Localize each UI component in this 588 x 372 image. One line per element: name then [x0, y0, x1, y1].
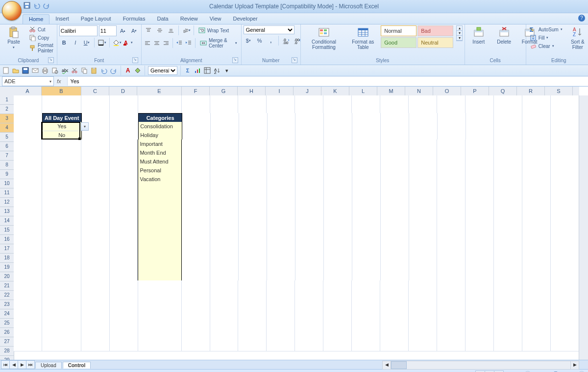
cell-D29[interactable]: [110, 342, 138, 351]
cell-K17[interactable]: [324, 236, 352, 246]
cell-A25[interactable]: [14, 307, 42, 316]
cell-Q16[interactable]: [494, 228, 522, 237]
row-header[interactable]: 15: [0, 226, 14, 235]
cell-P7[interactable]: [466, 148, 494, 158]
cell-K13[interactable]: [324, 201, 352, 210]
cell-I21[interactable]: [267, 272, 295, 281]
sheet-tab-control[interactable]: Control: [63, 362, 91, 369]
cell-C29[interactable]: [81, 342, 110, 351]
cell-Q22[interactable]: [494, 280, 522, 290]
cell-K21[interactable]: [324, 272, 352, 281]
cell-F18[interactable]: [182, 245, 210, 255]
cell-K29[interactable]: [323, 342, 352, 351]
cell-G27[interactable]: [210, 325, 239, 334]
column-header[interactable]: P: [461, 87, 489, 95]
cell-C10[interactable]: [81, 175, 110, 184]
tab-home[interactable]: Home: [23, 14, 49, 24]
cell-R8[interactable]: [522, 157, 551, 166]
column-header[interactable]: Q: [489, 87, 517, 95]
cell-J8[interactable]: [295, 157, 324, 166]
cell-B10[interactable]: [42, 175, 81, 184]
cell-F9[interactable]: [182, 166, 210, 175]
cell-I24[interactable]: [267, 298, 295, 307]
cell-D12[interactable]: [110, 192, 138, 202]
cell-G15[interactable]: [210, 219, 239, 228]
cell-R11[interactable]: [522, 184, 551, 193]
cell-S11[interactable]: [551, 184, 579, 193]
cell-J27[interactable]: [295, 325, 323, 334]
cell-G17[interactable]: [210, 236, 239, 246]
cell-B15[interactable]: [42, 219, 81, 228]
cell-E22[interactable]: [138, 280, 182, 290]
fill-color-icon-2[interactable]: [134, 67, 142, 74]
mail-icon[interactable]: [31, 67, 39, 74]
cell-R24[interactable]: [522, 298, 551, 307]
cell-F13[interactable]: [182, 201, 210, 210]
cell-Q1[interactable]: [494, 95, 522, 105]
row-header[interactable]: 18: [0, 254, 14, 263]
cell-A8[interactable]: [14, 157, 42, 166]
tab-last-icon[interactable]: ⏭: [26, 360, 35, 369]
cell-K26[interactable]: [323, 316, 352, 325]
help-icon[interactable]: ?: [578, 15, 585, 22]
cell-G7[interactable]: [210, 148, 239, 158]
tab-page-layout[interactable]: Page Layout: [75, 14, 117, 24]
cell-Q28[interactable]: [494, 333, 522, 343]
cell-M9[interactable]: [381, 166, 409, 175]
align-right-button[interactable]: [162, 38, 170, 48]
cell-D11[interactable]: [110, 184, 138, 193]
cell-H6[interactable]: [239, 140, 267, 149]
cell-Q7[interactable]: [494, 148, 522, 158]
cell-H9[interactable]: [239, 166, 267, 175]
cell-H20[interactable]: [239, 263, 267, 272]
cell-F2[interactable]: [182, 104, 210, 114]
cell-D4[interactable]: [110, 122, 138, 131]
column-header[interactable]: L: [349, 87, 377, 95]
cell-F8[interactable]: [182, 157, 210, 166]
cell-O11[interactable]: [437, 184, 466, 193]
row-header[interactable]: 29: [0, 356, 14, 360]
row-header[interactable]: 26: [0, 328, 14, 337]
cell-D19[interactable]: [110, 254, 138, 263]
cell-G16[interactable]: [210, 228, 239, 237]
cell-B25[interactable]: [42, 307, 81, 316]
cell-D15[interactable]: [110, 219, 138, 228]
cell-R16[interactable]: [522, 228, 551, 237]
cell-L5[interactable]: [352, 131, 381, 140]
sigma-icon-2[interactable]: Σ: [184, 67, 192, 74]
cell-P20[interactable]: [466, 263, 494, 272]
row-header[interactable]: 25: [0, 319, 14, 328]
tab-view[interactable]: View: [204, 14, 227, 24]
cell-Q2[interactable]: [494, 104, 522, 114]
cell-F16[interactable]: [182, 228, 210, 237]
cell-A19[interactable]: [14, 254, 42, 263]
column-header[interactable]: A: [14, 87, 42, 95]
cell-P13[interactable]: [466, 201, 494, 210]
number-format-combo[interactable]: General: [244, 25, 294, 34]
cell-C18[interactable]: [81, 245, 110, 255]
align-left-button[interactable]: [144, 38, 151, 48]
cell-I12[interactable]: [267, 192, 295, 202]
cell-B6[interactable]: [42, 140, 81, 149]
row-header[interactable]: 6: [0, 142, 14, 151]
cell-L19[interactable]: [352, 254, 381, 263]
row-header[interactable]: 13: [0, 207, 14, 216]
style-bad[interactable]: Bad: [417, 25, 453, 36]
cell-O12[interactable]: [437, 192, 466, 202]
cell-F24[interactable]: [182, 298, 210, 307]
row-header[interactable]: 17: [0, 244, 14, 254]
cell-K6[interactable]: [324, 140, 352, 149]
cell-M8[interactable]: [381, 157, 409, 166]
cell-K23[interactable]: [323, 289, 352, 299]
cell-B13[interactable]: [42, 201, 81, 210]
cell-N2[interactable]: [409, 104, 437, 114]
cell-G22[interactable]: [210, 280, 239, 290]
align-middle-button[interactable]: [155, 25, 165, 35]
cell-F1[interactable]: [182, 95, 210, 105]
cell-B27[interactable]: [42, 325, 81, 334]
cell-I27[interactable]: [267, 325, 295, 334]
cell-I7[interactable]: [267, 148, 295, 158]
cell-S5[interactable]: [551, 131, 579, 140]
comma-button[interactable]: ,: [266, 36, 276, 46]
cell-H8[interactable]: [239, 157, 267, 166]
